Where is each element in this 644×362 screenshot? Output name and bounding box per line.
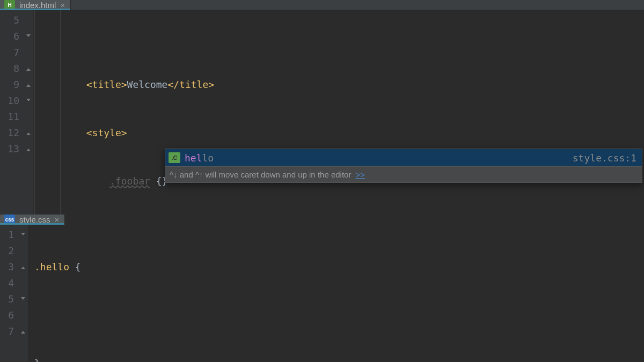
completion-hint: ^↓ and ^↑ will move caret down and up in… [165, 166, 642, 182]
fold-marker-icon[interactable] [24, 125, 33, 141]
editor-pane-bottom: css style.css × 1 2 3 4 5 6 7 .hello { [0, 215, 644, 362]
tab-bar: H index.html × [0, 0, 644, 10]
tab-style-css[interactable]: css style.css × [0, 215, 65, 224]
tab-index-html[interactable]: H index.html × [0, 0, 71, 10]
fold-marker-icon[interactable] [24, 61, 33, 77]
completion-popup: .C hello style.css:1 ^↓ and ^↑ will move… [165, 149, 642, 183]
fold-marker-icon[interactable] [18, 259, 28, 275]
close-icon[interactable]: × [55, 215, 60, 224]
fold-marker-icon[interactable] [24, 141, 33, 157]
completion-item[interactable]: .C hello style.css:1 [165, 149, 642, 166]
completion-label: hello [185, 152, 214, 164]
css-class-icon: .C [169, 152, 180, 163]
fold-marker-icon[interactable] [24, 77, 33, 93]
fold-marker-icon[interactable] [18, 323, 28, 339]
gutter: 1 2 3 4 5 6 7 [0, 225, 18, 362]
editor-pane-top: H index.html × 5 6 7 8 9 10 11 12 13 [0, 0, 644, 215]
completion-more-link[interactable]: >> [355, 170, 365, 179]
close-icon[interactable]: × [60, 1, 65, 10]
tab-label: style.css [19, 215, 50, 224]
code-area[interactable]: .hello { } #world { } [28, 225, 644, 362]
fold-marker-icon[interactable] [18, 227, 28, 243]
completion-source: style.css:1 [573, 152, 636, 164]
tab-label: index.html [19, 1, 56, 10]
fold-column [18, 225, 28, 362]
fold-marker-icon[interactable] [18, 291, 28, 307]
editor-body-bottom[interactable]: 1 2 3 4 5 6 7 .hello { } #world { } [0, 225, 644, 362]
fold-marker-icon[interactable] [24, 93, 33, 109]
fold-marker-icon[interactable] [24, 28, 33, 45]
